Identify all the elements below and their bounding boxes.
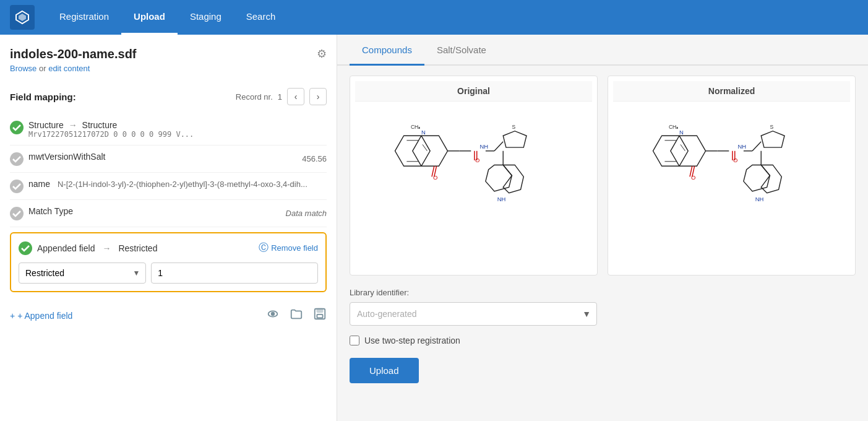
normalized-molecule-svg: CH₃ N O O bbox=[627, 106, 837, 270]
matchtype-field-content: Match Type bbox=[28, 206, 247, 216]
svg-text:CH₃: CH₃ bbox=[669, 124, 678, 130]
check-icon-appended bbox=[19, 241, 32, 255]
field-mapping-title: Field mapping: bbox=[10, 92, 76, 102]
svg-marker-58 bbox=[761, 165, 781, 193]
svg-text:O: O bbox=[475, 157, 479, 163]
library-select-wrapper: ▼ Auto-generated bbox=[350, 302, 597, 326]
svg-text:O: O bbox=[733, 157, 737, 163]
nav-upload[interactable]: Upload bbox=[121, 0, 178, 35]
appended-field-header: Appended field → Restricted Ⓒ Remove fie… bbox=[19, 241, 318, 255]
svg-text:NH: NH bbox=[479, 143, 488, 150]
record-label: Record nr. bbox=[236, 92, 273, 102]
svg-line-53 bbox=[752, 142, 761, 151]
svg-marker-34 bbox=[503, 165, 523, 193]
nav-search[interactable]: Search bbox=[234, 0, 288, 35]
svg-point-4 bbox=[10, 180, 24, 193]
check-icon-mwt bbox=[10, 152, 24, 166]
name-value: N-[2-(1H-indol-3-yl)-2-(thiophen-2-yl)et… bbox=[58, 180, 307, 189]
remove-field-label: Remove field bbox=[271, 243, 318, 253]
svg-rect-10 bbox=[317, 309, 322, 313]
original-label: Original bbox=[355, 81, 592, 102]
svg-point-6 bbox=[19, 241, 32, 255]
svg-text:NH: NH bbox=[737, 143, 746, 150]
library-label: Library identifier: bbox=[350, 288, 856, 297]
file-subtitle: Browse or edit content bbox=[10, 64, 137, 73]
edit-link[interactable]: edit content bbox=[48, 64, 90, 73]
two-step-label: Use two-step registration bbox=[364, 336, 460, 345]
svg-point-3 bbox=[10, 152, 24, 166]
tab-salt-solvate[interactable]: Salt/Solvate bbox=[424, 35, 499, 66]
structure-name: Structure bbox=[28, 120, 64, 130]
svg-point-5 bbox=[10, 207, 24, 220]
left-panel: indoles-200-name.sdf Browse or edit cont… bbox=[0, 35, 337, 421]
nav-links: Registration Upload Staging Search bbox=[47, 0, 288, 35]
nav-registration[interactable]: Registration bbox=[47, 0, 121, 35]
browse-link[interactable]: Browse bbox=[10, 64, 37, 73]
append-field-button[interactable]: + + Append field bbox=[10, 311, 72, 321]
svg-text:O: O bbox=[432, 174, 437, 181]
nav-staging[interactable]: Staging bbox=[178, 0, 234, 35]
structure-value: Mrv17227051217072D 0 0 0 0 0 999 V... bbox=[28, 130, 327, 139]
mwt-value: 456.56 bbox=[252, 154, 327, 163]
check-icon-structure bbox=[10, 121, 24, 134]
compound-content: Original CH₃ N bbox=[337, 66, 868, 393]
prev-record-button[interactable]: ‹ bbox=[287, 88, 304, 105]
two-step-checkbox[interactable] bbox=[350, 336, 359, 345]
field-row-mwt: mwtVersionWithSalt 456.56 bbox=[10, 145, 327, 173]
appended-arrow: → bbox=[102, 243, 111, 253]
library-section: Library identifier: ▼ Auto-generated bbox=[350, 288, 856, 326]
structure-field-content: Structure → Structure Mrv17227051217072D… bbox=[28, 120, 327, 139]
file-info: indoles-200-name.sdf Browse or edit cont… bbox=[10, 47, 137, 85]
original-image-box: Original CH₃ N bbox=[350, 76, 598, 276]
tab-compounds[interactable]: Compounds bbox=[350, 35, 424, 66]
library-select[interactable] bbox=[350, 302, 597, 326]
field-row-name: name N-[2-(1H-indol-3-yl)-2-(thiophen-2-… bbox=[10, 173, 327, 200]
record-nav: Record nr. 1 ‹ › bbox=[236, 88, 327, 105]
next-record-button[interactable]: › bbox=[309, 88, 327, 105]
mwt-name: mwtVersionWithSalt bbox=[28, 152, 105, 162]
svg-text:N: N bbox=[679, 129, 684, 136]
svg-text:O: O bbox=[690, 174, 695, 181]
restricted-select-wrapper: Restricted Public Private ▼ bbox=[19, 263, 146, 284]
gear-button[interactable]: ⚙ bbox=[317, 47, 327, 61]
field-row-structure: Structure → Structure Mrv17227051217072D… bbox=[10, 114, 327, 145]
right-panel: Compounds Salt/Solvate Original CH₃ bbox=[337, 35, 868, 421]
appended-field-label: Appended field bbox=[37, 243, 95, 253]
svg-text:N: N bbox=[421, 129, 426, 136]
svg-marker-57 bbox=[743, 165, 769, 191]
normalized-image-area: CH₃ N O O bbox=[613, 106, 850, 270]
svg-text:NH: NH bbox=[755, 196, 763, 202]
check-icon-matchtype bbox=[10, 207, 24, 220]
panel-header: Field mapping: Record nr. 1 ‹ › bbox=[10, 88, 327, 105]
svg-text:NH: NH bbox=[497, 196, 505, 202]
original-molecule-svg: CH₃ N bbox=[369, 106, 579, 270]
matchtype-value: Data match bbox=[252, 209, 327, 218]
field-row-matchtype: Match Type Data match bbox=[10, 200, 327, 227]
svg-point-2 bbox=[10, 121, 24, 134]
svg-rect-11 bbox=[317, 315, 322, 318]
tabs-bar: Compounds Salt/Solvate bbox=[337, 35, 868, 66]
folder-button[interactable] bbox=[290, 307, 303, 324]
record-number: 1 bbox=[278, 92, 282, 102]
svg-marker-33 bbox=[485, 165, 511, 191]
panel-top: indoles-200-name.sdf Browse or edit cont… bbox=[10, 47, 327, 85]
matchtype-label: Match Type bbox=[28, 206, 73, 216]
appended-target: Restricted bbox=[118, 243, 157, 253]
appended-value-input[interactable] bbox=[151, 263, 318, 284]
original-image-area: CH₃ N bbox=[355, 106, 592, 270]
remove-field-icon: Ⓒ bbox=[259, 241, 269, 254]
name-field-content: name N-[2-(1H-indol-3-yl)-2-(thiophen-2-… bbox=[28, 179, 327, 189]
restricted-select[interactable]: Restricted Public Private bbox=[19, 263, 146, 284]
bottom-actions: + + Append field bbox=[10, 302, 327, 324]
appended-field-controls: Restricted Public Private ▼ bbox=[19, 263, 318, 284]
appended-field-box: Appended field → Restricted Ⓒ Remove fie… bbox=[10, 232, 327, 292]
upload-button[interactable]: Upload bbox=[350, 358, 419, 383]
eye-button[interactable] bbox=[266, 307, 280, 324]
svg-point-8 bbox=[272, 313, 275, 316]
remove-field-button[interactable]: Ⓒ Remove field bbox=[259, 241, 318, 254]
appended-field-left: Appended field → Restricted bbox=[19, 241, 157, 255]
save-button[interactable] bbox=[313, 307, 327, 324]
svg-text:S: S bbox=[512, 124, 515, 130]
main-layout: indoles-200-name.sdf Browse or edit cont… bbox=[0, 35, 868, 421]
two-step-row: Use two-step registration bbox=[350, 336, 856, 345]
